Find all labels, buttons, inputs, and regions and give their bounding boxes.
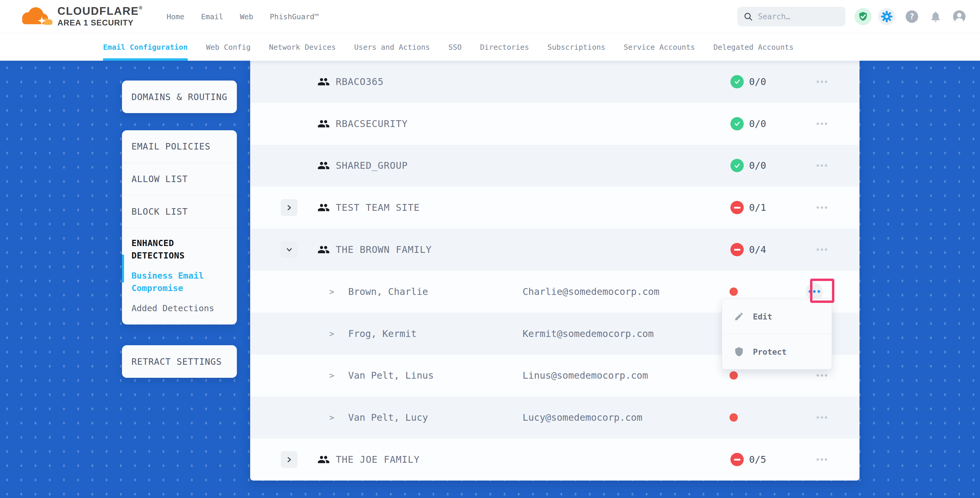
protected-count: 0/0 — [749, 76, 766, 88]
row-actions-button[interactable] — [811, 199, 832, 216]
notifications-button[interactable] — [929, 10, 943, 24]
check-icon — [733, 78, 741, 86]
group-people-icon — [317, 159, 330, 172]
member-name: Frog, Kermit — [348, 328, 417, 339]
row-actions-button[interactable] — [811, 367, 832, 384]
tab-subscriptions[interactable]: Subscriptions — [547, 33, 606, 61]
group-people-icon — [317, 75, 330, 88]
status-dot-unprotected — [730, 371, 738, 380]
sidebar-item-enhanced-detections[interactable]: ENHANCED DETECTIONS — [132, 237, 228, 262]
table-row-member-van-pelt-lucy[interactable]: > Van Pelt, Lucy Lucy@somedemocorp.com — [250, 396, 859, 439]
protected-count: 0/0 — [749, 118, 766, 129]
table-row-group-the-brown-family[interactable]: THE BROWN FAMILY 0/4 — [250, 229, 859, 270]
menu-item-label: Protect — [753, 347, 787, 356]
status-badge-ok — [730, 117, 744, 130]
table-row-group-shared-group[interactable]: SHARED_GROUP 0/0 — [250, 145, 859, 187]
settings-button[interactable] — [878, 8, 895, 25]
table-row-group-rbacsecurity[interactable]: RBACSECURITY 0/0 — [250, 103, 859, 145]
sidebar-card-domains: DOMAINS & ROUTING — [122, 81, 237, 113]
row-actions-button[interactable] — [811, 451, 832, 468]
brand-subtitle: AREA 1 SECURITY — [57, 18, 143, 27]
group-people-icon — [317, 201, 330, 214]
svg-text:?: ? — [910, 12, 914, 21]
expand-row-button[interactable] — [281, 199, 298, 216]
tab-web-config[interactable]: Web Config — [206, 33, 251, 61]
row-actions-button[interactable] — [811, 73, 832, 90]
main-nav: Home Email Web PhishGuard™ — [167, 13, 319, 21]
table-row-group-the-joe-family[interactable]: THE JOE FAMILY 0/5 — [250, 439, 859, 480]
protected-count: 0/1 — [749, 202, 766, 213]
sidebar-item-retract-settings[interactable]: RETRACT SETTINGS — [122, 345, 237, 378]
brand: CLOUDFLARE® AREA 1 SECURITY — [18, 4, 143, 29]
tab-sso[interactable]: SSO — [448, 33, 461, 61]
nav-phishguard[interactable]: PhishGuard™ — [270, 13, 319, 21]
status-badge-blocked — [730, 453, 744, 466]
question-icon: ? — [905, 10, 919, 23]
sidebar-item-business-email-compromise[interactable]: Business Email Compromise — [132, 269, 228, 294]
tab-users-and-actions[interactable]: Users and Actions — [354, 33, 430, 61]
status-dot-unprotected — [730, 413, 738, 422]
menu-item-protect[interactable]: Protect — [722, 334, 832, 369]
menu-item-edit[interactable]: Edit — [722, 299, 832, 334]
status-badge-ok — [730, 75, 744, 88]
group-people-icon — [317, 118, 330, 130]
table-row-group-rbaco365[interactable]: RBACO365 0/0 — [250, 61, 859, 103]
sidebar-card-policies: EMAIL POLICIES ALLOW LIST BLOCK LIST ENH… — [122, 130, 237, 325]
tab-delegated-accounts[interactable]: Delegated Accounts — [713, 33, 794, 61]
nav-web[interactable]: Web — [240, 13, 253, 21]
nav-email[interactable]: Email — [201, 13, 223, 21]
collapse-row-button[interactable] — [281, 241, 298, 258]
group-name: SHARED_GROUP — [336, 160, 408, 171]
member-name: Van Pelt, Lucy — [348, 412, 428, 423]
group-name: RBACO365 — [336, 76, 384, 88]
search-box[interactable] — [737, 7, 846, 26]
bell-icon — [929, 10, 942, 23]
group-name: TEST TEAM SITE — [336, 202, 420, 213]
help-button[interactable]: ? — [905, 10, 919, 24]
tab-network-devices[interactable]: Network Devices — [269, 33, 336, 61]
tab-directories[interactable]: Directories — [480, 33, 529, 61]
row-actions-button[interactable] — [811, 241, 832, 258]
config-tabs: Email Configuration Web Config Network D… — [0, 33, 980, 61]
chevron-right-icon — [287, 204, 292, 211]
top-header: CLOUDFLARE® AREA 1 SECURITY Home Email W… — [0, 0, 980, 33]
status-badge-ok — [730, 159, 744, 172]
row-actions-button[interactable] — [811, 409, 832, 426]
click-target-highlight — [810, 278, 834, 303]
sidebar-item-added-detections[interactable]: Added Detections — [132, 302, 228, 314]
search-input[interactable] — [757, 12, 832, 21]
nav-home[interactable]: Home — [167, 13, 185, 21]
sidebar-card-retract: RETRACT SETTINGS — [122, 345, 237, 378]
sidebar-item-email-policies[interactable]: EMAIL POLICIES — [122, 130, 237, 163]
sidebar-item-domains-routing[interactable]: DOMAINS & ROUTING — [122, 81, 237, 113]
protected-count: 0/5 — [749, 454, 766, 465]
registered-mark: ® — [139, 5, 143, 10]
group-people-icon — [317, 453, 330, 466]
active-item-indicator — [122, 255, 124, 282]
expand-row-button[interactable] — [281, 451, 298, 468]
check-icon — [733, 161, 741, 170]
member-name: Van Pelt, Linus — [348, 370, 434, 381]
account-button[interactable] — [952, 10, 966, 24]
status-badge-blocked — [730, 243, 744, 256]
chevron-right-icon: > — [329, 286, 334, 296]
sidebar-item-block-list[interactable]: BLOCK LIST — [122, 196, 237, 228]
group-name: THE JOE FAMILY — [336, 454, 420, 465]
gear-icon — [881, 11, 892, 22]
search-icon — [744, 12, 752, 21]
tab-service-accounts[interactable]: Service Accounts — [624, 33, 695, 61]
tab-email-configuration[interactable]: Email Configuration — [103, 33, 188, 61]
security-status-button[interactable] — [854, 8, 872, 25]
chevron-right-icon: > — [329, 413, 334, 423]
protected-count: 0/0 — [749, 160, 766, 171]
menu-item-label: Edit — [753, 312, 772, 321]
page: CLOUDFLARE® AREA 1 SECURITY Home Email W… — [0, 0, 980, 498]
member-email: Charlie@somedemocorp.com — [523, 286, 659, 297]
minus-icon — [734, 207, 740, 208]
row-actions-button[interactable] — [811, 157, 832, 174]
sidebar-item-allow-list[interactable]: ALLOW LIST — [122, 163, 237, 196]
group-name: THE BROWN FAMILY — [336, 244, 432, 255]
row-actions-button[interactable] — [811, 115, 832, 132]
group-name: RBACSECURITY — [336, 118, 408, 129]
table-row-group-test-team-site[interactable]: TEST TEAM SITE 0/1 — [250, 186, 859, 229]
